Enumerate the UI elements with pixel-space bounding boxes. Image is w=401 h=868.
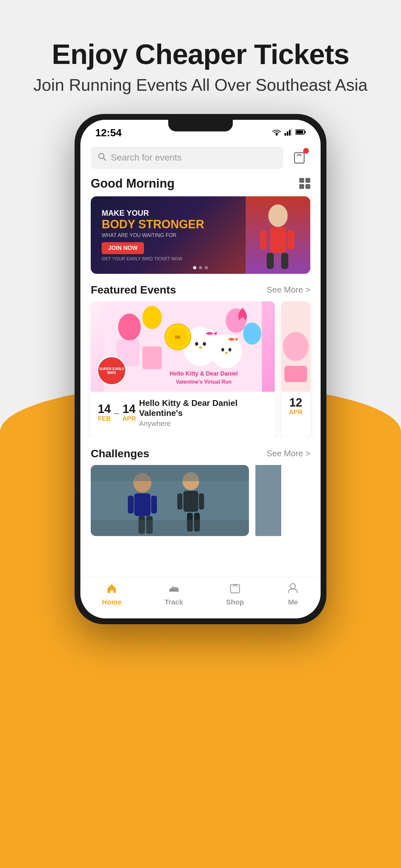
challenges-section: Challenges See More > [81, 447, 320, 536]
event-card-hello-kitty-image: 5K Hello Kitty & Dear Daniel Valentine's… [91, 301, 275, 392]
challenge-card-partial[interactable] [255, 465, 281, 536]
svg-point-32 [228, 348, 232, 351]
battery-icon [296, 129, 306, 136]
svg-rect-56 [199, 493, 204, 509]
svg-point-29 [213, 335, 225, 348]
hero-dot-2 [199, 266, 202, 269]
events-scroll-container[interactable]: 5K Hello Kitty & Dear Daniel Valentine's… [81, 301, 320, 438]
hero-line1: MAKE YOUR [102, 209, 235, 218]
nav-item-track[interactable]: Track [165, 582, 183, 607]
svg-rect-55 [177, 493, 182, 509]
me-icon [287, 582, 299, 595]
challenges-scroll-container[interactable] [81, 465, 320, 536]
search-icon [98, 152, 106, 163]
hero-dot-1 [193, 266, 196, 269]
event-end-date: 14 APR [122, 403, 136, 423]
hero-line2: BODY STRONGER [102, 218, 235, 231]
svg-text:5K: 5K [175, 335, 181, 340]
event-name: Hello Kitty & Dear Daniel Valentine's [139, 398, 268, 418]
nav-label-shop: Shop [226, 598, 244, 607]
partial-event-day: 12 [289, 397, 302, 408]
badge-text: SUPER EARLY BIRD [98, 367, 125, 375]
hero-dots [193, 266, 208, 269]
event-card-partial-image [281, 301, 310, 392]
svg-rect-52 [183, 491, 198, 512]
status-time: 12:54 [95, 127, 122, 139]
cart-notification-badge [303, 148, 309, 154]
svg-point-30 [227, 335, 239, 348]
svg-rect-0 [284, 133, 286, 135]
svg-point-26 [203, 342, 206, 346]
hero-banner[interactable]: MAKE YOUR BODY STRONGER WHAT ARE YOU WAI… [91, 196, 310, 274]
partial-card-info: 12 APR [281, 392, 310, 421]
event-end-month: APR [122, 415, 136, 423]
hero-cta-button[interactable]: JOIN NOW [102, 242, 144, 254]
event-end-day: 14 [123, 403, 135, 415]
challenge-card-1[interactable] [91, 465, 249, 536]
grid-cell-2 [305, 178, 310, 183]
svg-point-33 [225, 352, 227, 353]
svg-rect-6 [296, 130, 303, 134]
grid-cell-4 [305, 184, 310, 189]
event-start-month: FEB [98, 415, 111, 423]
svg-rect-12 [267, 253, 274, 269]
svg-point-10 [268, 205, 288, 227]
svg-rect-58 [91, 520, 249, 536]
grid-view-icon[interactable] [299, 178, 310, 189]
svg-point-25 [195, 342, 198, 346]
cart-button[interactable] [288, 147, 310, 168]
challenge-partial-illustration [255, 465, 281, 536]
svg-rect-3 [291, 128, 292, 135]
svg-rect-15 [288, 230, 294, 250]
phone-inner: 12:54 [81, 120, 320, 618]
challenge-illustration [91, 465, 249, 536]
greeting-header: Good Morning [81, 174, 320, 196]
challenges-see-more[interactable]: See More > [267, 448, 310, 459]
phone-scroll-content[interactable]: Search for events Good Morning [81, 142, 320, 599]
event-location: Anywhere [139, 420, 268, 428]
event-card-hello-kitty[interactable]: 5K Hello Kitty & Dear Daniel Valentine's… [91, 301, 275, 438]
search-input[interactable]: Search for events [111, 152, 181, 163]
svg-rect-14 [260, 230, 267, 250]
svg-rect-50 [151, 496, 157, 514]
svg-point-27 [199, 346, 202, 348]
search-input-container[interactable]: Search for events [91, 147, 283, 169]
nav-label-track: Track [165, 598, 183, 607]
partial-event-month: APR [289, 408, 303, 416]
grid-cell-3 [299, 184, 304, 189]
featured-events-title: Featured Events [91, 283, 176, 296]
grid-cell-1 [299, 178, 304, 183]
nav-item-me[interactable]: Me [287, 582, 299, 607]
event-card-partial[interactable]: 12 APR [281, 301, 310, 438]
track-icon [168, 582, 180, 595]
featured-events-header: Featured Events See More > [81, 283, 320, 301]
challenges-title: Challenges [91, 447, 149, 460]
svg-rect-13 [281, 253, 288, 269]
super-early-bird-badge: SUPER EARLY BIRD [97, 356, 126, 385]
event-dates: 14 FEB – 14 APR Hello Kitt [98, 398, 268, 428]
partial-event-illustration [281, 301, 310, 392]
headline-subtitle: Join Running Events All Over Southeast A… [34, 75, 368, 95]
headline-title: Enjoy Cheaper Tickets [34, 39, 368, 70]
nav-item-shop[interactable]: Shop [226, 582, 244, 607]
runner-illustration [252, 199, 304, 271]
event-details: Hello Kitty & Dear Daniel Valentine's An… [139, 398, 268, 428]
bottom-navigation: Home Track [81, 577, 320, 618]
featured-events-see-more[interactable]: See More > [267, 285, 310, 295]
headline-section: Enjoy Cheaper Tickets Join Running Event… [34, 0, 368, 114]
bottom-spacer [81, 536, 320, 581]
svg-point-62 [290, 584, 296, 589]
svg-rect-43 [284, 366, 307, 382]
wifi-icon [272, 128, 281, 137]
challenges-header: Challenges See More > [81, 447, 320, 465]
phone-mockup: 12:54 [74, 114, 327, 624]
cart-icon [293, 151, 306, 164]
svg-text:Valentine's Virtual Run: Valentine's Virtual Run [176, 379, 232, 384]
nav-item-home[interactable]: Home [102, 582, 122, 607]
nav-label-me: Me [288, 598, 298, 607]
svg-point-17 [118, 314, 141, 341]
event-start-day: 14 [98, 403, 111, 415]
hero-sub-text: GET YOUR EARLY BIRD TICKET NOW [102, 256, 235, 261]
svg-rect-59 [255, 465, 281, 536]
search-bar: Search for events [81, 147, 320, 169]
